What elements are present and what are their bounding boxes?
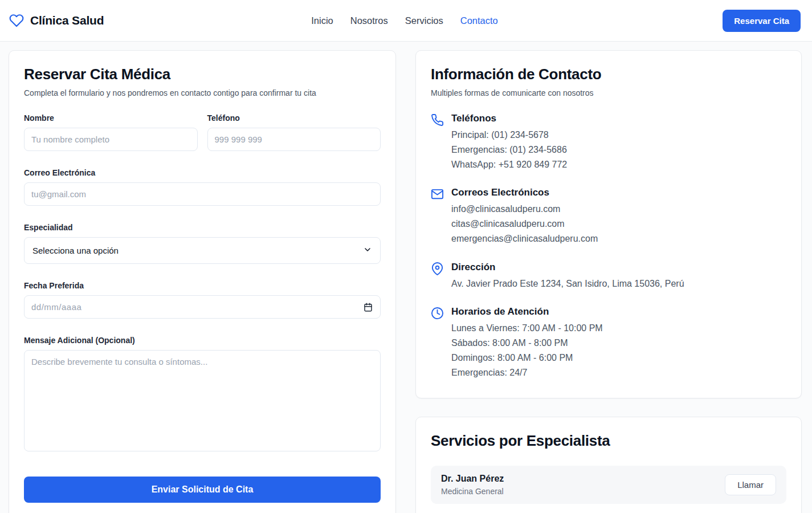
contact-section-direccion: Dirección Av. Javier Prado Este 1234, Sa… [431, 262, 786, 291]
telefono-label: Teléfono [207, 113, 381, 123]
specialist-specialty: Medicina General [441, 487, 504, 496]
email-info: info@clinicasaludperu.com [451, 202, 598, 217]
fecha-label: Fecha Preferida [24, 281, 381, 290]
address-line: Av. Javier Prado Este 1234, San Isidro, … [451, 276, 684, 291]
nav-link-servicios[interactable]: Servicios [405, 15, 443, 26]
booking-form-title: Reservar Cita Médica [24, 66, 381, 83]
field-especialidad: Especialidad Selecciona una opción [24, 223, 381, 264]
email-citas: citas@clinicasaludperu.com [451, 217, 598, 231]
hours-sunday: Domingos: 8:00 AM - 6:00 PM [451, 351, 603, 365]
clock-icon [431, 307, 444, 380]
contact-info-title: Información de Contacto [431, 66, 786, 83]
contact-section-horarios: Horarios de Atención Lunes a Viernes: 7:… [431, 306, 786, 380]
specialists-card: Servicios por Especialista Dr. Juan Pére… [415, 417, 802, 513]
hours-weekdays: Lunes a Viernes: 7:00 AM - 10:00 PM [451, 321, 603, 336]
contact-section-telefonos: Teléfonos Principal: (01) 234-5678 Emerg… [431, 113, 786, 172]
contact-info-subtitle: Multiples formas de comunicarte con noso… [431, 88, 786, 97]
nombre-input[interactable] [24, 128, 198, 151]
field-mensaje: Mensaje Adicional (Opcional) [24, 336, 381, 454]
mensaje-textarea[interactable] [24, 350, 381, 451]
booking-form: Nombre Teléfono Correo Electrónica Espec… [24, 113, 381, 503]
direccion-title: Dirección [451, 262, 684, 273]
nav-link-nosotros[interactable]: Nosotros [350, 15, 388, 26]
map-pin-icon [431, 262, 444, 291]
brand-name: Clínica Salud [30, 14, 104, 27]
contact-info-card: Información de Contacto Multiples formas… [415, 50, 802, 398]
telefonos-title: Teléfonos [451, 113, 567, 124]
specialists-list: Dr. Juan Pérez Medicina General Llamar [431, 466, 786, 513]
mensaje-label: Mensaje Adicional (Opcional) [24, 336, 381, 345]
specialist-name: Dr. Juan Pérez [441, 474, 504, 484]
nav-link-inicio[interactable]: Inicio [311, 15, 333, 26]
field-correo: Correo Electrónica [24, 168, 381, 206]
field-nombre: Nombre [24, 113, 198, 151]
field-telefono: Teléfono [207, 113, 381, 151]
phone-whatsapp: WhatsApp: +51 920 849 772 [451, 157, 567, 172]
hours-emergency: Emergencias: 24/7 [451, 365, 603, 380]
correo-label: Correo Electrónica [24, 168, 381, 177]
main-nav: Inicio Nosotros Servicios Contacto [311, 15, 498, 26]
heart-logo-icon [9, 13, 25, 28]
nombre-label: Nombre [24, 113, 198, 123]
mail-icon [431, 188, 444, 246]
main-content: Reservar Cita Médica Completa el formula… [0, 42, 812, 513]
telefono-input[interactable] [207, 128, 381, 151]
contact-section-correos: Correos Electrónicos info@clinicasaludpe… [431, 187, 786, 246]
enviar-solicitud-button[interactable]: Enviar Solicitud de Cita [24, 477, 381, 503]
especialidad-select[interactable]: Selecciona una opción [24, 237, 381, 264]
booking-form-subtitle: Completa el formulario y nos pondremos e… [24, 88, 381, 97]
phone-emergencias: Emergencias: (01) 234-5686 [451, 142, 567, 157]
top-navbar: Clínica Salud Inicio Nosotros Servicios … [0, 0, 812, 42]
reservar-cita-button[interactable]: Reservar Cita [723, 10, 801, 32]
hours-saturday: Sábados: 8:00 AM - 8:00 PM [451, 336, 603, 351]
nav-link-contacto[interactable]: Contacto [460, 15, 498, 26]
correo-input[interactable] [24, 182, 381, 206]
especialidad-selected-value: Selecciona una opción [32, 246, 119, 255]
chevron-down-icon [363, 245, 372, 256]
llamar-button[interactable]: Llamar [725, 474, 776, 495]
brand[interactable]: Clínica Salud [9, 13, 311, 28]
fecha-input[interactable] [24, 295, 381, 319]
booking-form-card: Reservar Cita Médica Completa el formula… [9, 50, 396, 513]
field-fecha: Fecha Preferida [24, 281, 381, 319]
correos-title: Correos Electrónicos [451, 187, 598, 198]
specialists-title: Servicios por Especialista [431, 432, 786, 450]
phone-principal: Principal: (01) 234-5678 [451, 128, 567, 142]
especialidad-label: Especialidad [24, 223, 381, 232]
specialist-row: Dr. Juan Pérez Medicina General Llamar [431, 466, 786, 504]
phone-icon [431, 113, 444, 172]
email-emergencias: emergencias@clinicasaludperu.com [451, 231, 598, 246]
horarios-title: Horarios de Atención [451, 306, 603, 317]
